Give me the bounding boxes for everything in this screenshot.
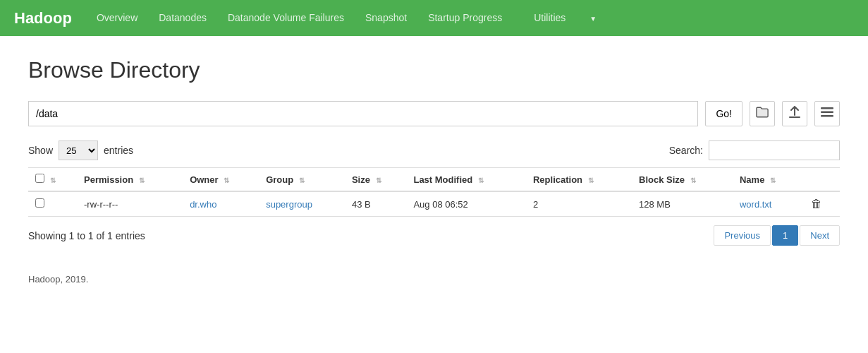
chevron-down-icon: ▼ [579,1,607,37]
sort-group-icon: ⇅ [299,176,305,184]
path-bar: Go! [28,101,840,126]
row-checkbox-cell [28,191,77,217]
pagination: Previous 1 Next [714,225,840,246]
col-block-size-label: Block Size [639,174,685,185]
col-replication-label: Replication [533,174,582,185]
sort-owner-icon: ⇅ [224,176,229,184]
col-permission[interactable]: Permission ⇅ [77,168,183,192]
col-actions [804,168,840,192]
nav-links: Overview Datanodes Datanode Volume Failu… [86,0,618,37]
row-block-size: 128 MB [632,191,733,217]
row-delete-cell: 🗑 [804,191,840,217]
sort-blocksize-icon: ⇅ [690,176,696,184]
col-size-label: Size [352,174,370,185]
list-icon [821,107,833,120]
col-owner-label: Owner [190,174,218,185]
nav-item-utilities[interactable]: Utilities ▼ [513,0,618,37]
search-box: Search: [669,140,840,160]
nav-link-snapshot[interactable]: Snapshot [355,0,417,36]
col-checkbox[interactable]: ⇅ [28,168,77,192]
svg-rect-0 [821,107,833,109]
folder-icon [756,107,769,121]
folder-icon-button[interactable] [750,101,775,126]
row-permission: -rw-r--r-- [77,191,183,217]
table-body: -rw-r--r-- dr.who supergroup 43 B Aug 08… [28,191,840,217]
nav-link-overview[interactable]: Overview [86,0,148,36]
row-size: 43 B [345,191,407,217]
col-owner[interactable]: Owner ⇅ [183,168,259,192]
entries-label: entries [104,145,133,156]
row-last-modified: Aug 08 06:52 [406,191,526,217]
path-input[interactable] [28,101,698,126]
col-name[interactable]: Name ⇅ [733,168,804,192]
upload-icon [789,106,800,121]
col-permission-label: Permission [84,174,133,185]
sort-permission-icon: ⇅ [139,176,145,184]
group-link[interactable]: supergroup [266,199,312,210]
svg-rect-1 [821,112,833,114]
file-name-link[interactable]: word.txt [740,199,772,210]
col-name-label: Name [740,174,764,185]
current-page-button[interactable]: 1 [772,225,798,246]
nav-item-snapshot[interactable]: Snapshot [355,0,417,36]
sort-size-icon: ⇅ [376,176,381,184]
show-entries: Show 10 25 50 100 entries [28,140,133,160]
show-label: Show [28,145,53,156]
nav-item-startup[interactable]: Startup Progress [417,0,513,36]
row-replication: 2 [526,191,632,217]
nav-item-failures[interactable]: Datanode Volume Failures [217,0,355,36]
nav-item-overview[interactable]: Overview [86,0,148,36]
search-label: Search: [669,145,703,156]
nav-link-startup[interactable]: Startup Progress [417,0,513,36]
search-input[interactable] [709,140,840,160]
table-controls: Show 10 25 50 100 entries Search: [28,140,840,160]
nav-item-datanodes[interactable]: Datanodes [148,0,217,36]
sort-replication-icon: ⇅ [588,176,594,184]
list-icon-button[interactable] [814,101,840,126]
sort-icon: ⇅ [50,176,56,184]
main-content: Browse Directory Go! [0,36,868,306]
footer-text: Hadoop, 2019. [28,274,88,285]
row-owner[interactable]: dr.who [183,191,259,217]
row-group[interactable]: supergroup [259,191,345,217]
showing-text: Showing 1 to 1 of 1 entries [28,230,145,241]
nav-link-datanodes[interactable]: Datanodes [148,0,217,36]
navbar-brand[interactable]: Hadoop [14,9,72,28]
row-checkbox[interactable] [35,198,44,208]
svg-rect-2 [821,115,833,117]
upload-icon-button[interactable] [782,101,807,126]
col-size[interactable]: Size ⇅ [345,168,407,192]
sort-name-icon: ⇅ [770,176,776,184]
nav-link-failures[interactable]: Datanode Volume Failures [217,0,355,36]
go-button[interactable]: Go! [705,101,742,126]
table-row: -rw-r--r-- dr.who supergroup 43 B Aug 08… [28,191,840,217]
select-all-checkbox[interactable] [35,174,44,183]
page-title: Browse Directory [28,57,840,83]
col-block-size[interactable]: Block Size ⇅ [632,168,733,192]
data-table: ⇅ Permission ⇅ Owner ⇅ Group ⇅ Size ⇅ [28,167,840,217]
nav-link-utilities[interactable]: Utilities [523,0,576,36]
table-header: ⇅ Permission ⇅ Owner ⇅ Group ⇅ Size ⇅ [28,168,840,192]
previous-button[interactable]: Previous [714,225,771,246]
col-group[interactable]: Group ⇅ [259,168,345,192]
table-footer: Showing 1 to 1 of 1 entries Previous 1 N… [28,225,840,246]
col-last-modified-label: Last Modified [413,174,472,185]
col-last-modified[interactable]: Last Modified ⇅ [406,168,526,192]
delete-icon[interactable]: 🗑 [811,198,822,210]
owner-link[interactable]: dr.who [190,199,216,210]
row-name[interactable]: word.txt [733,191,804,217]
col-group-label: Group [266,174,293,185]
nav-dropdown-utilities[interactable]: Utilities ▼ [513,0,618,37]
col-replication[interactable]: Replication ⇅ [526,168,632,192]
sort-lastmod-icon: ⇅ [478,176,484,184]
navbar: Hadoop Overview Datanodes Datanode Volum… [0,0,868,36]
entries-select[interactable]: 10 25 50 100 [59,140,98,160]
next-button[interactable]: Next [800,225,840,246]
page-footer: Hadoop, 2019. [28,274,840,285]
